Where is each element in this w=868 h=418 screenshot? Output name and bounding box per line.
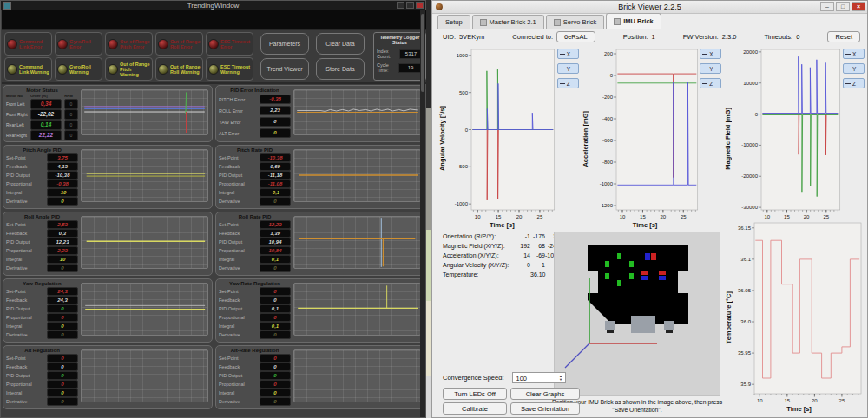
angular-velocity-ylabel: Angular Velocity [°/s] (437, 46, 447, 232)
minimize-icon[interactable]: – (820, 2, 834, 11)
tab-imu-brick[interactable]: IMU Brick (606, 13, 661, 29)
close-icon[interactable] (416, 2, 424, 9)
pid-field-row: Derivative0 (219, 330, 291, 339)
motor-name: Front Left (6, 102, 30, 107)
legend-x-button[interactable]: X (843, 49, 865, 59)
error-indicator: Command Link Error (4, 32, 52, 56)
pid-field-row: Feedback4,13 (6, 162, 78, 171)
legend-y-button[interactable]: Y (843, 63, 865, 74)
clear-graphs-button[interactable]: Clear Graphs (510, 388, 580, 400)
pid-field-row: PID Output10,94 (219, 238, 291, 246)
pid-field-row: Proportional0 (6, 380, 78, 389)
store-data-button[interactable]: Store Data (316, 58, 365, 80)
pid-fields-panel: Yaw Rate RegulationSet-Point0Feedback0PI… (216, 279, 293, 342)
svg-text:36.0: 36.0 (740, 319, 751, 324)
pid-field-row: Proportional0 (219, 380, 291, 389)
field-label: Integral (6, 323, 47, 329)
minimize-icon[interactable] (397, 2, 404, 9)
field-label: Feedback (6, 297, 47, 303)
field-label: Feedback (6, 231, 47, 236)
save-orientation-button[interactable]: Save Orientation (510, 402, 580, 415)
field-value: 0 (260, 287, 291, 297)
section-title: Alt Regulation (6, 348, 78, 353)
section-title: Roll Angle PID (6, 214, 78, 219)
error-indicator: Out of Range Roll Error (155, 32, 203, 56)
maximize-icon[interactable] (406, 2, 414, 9)
reset-button[interactable]: Reset (827, 31, 860, 42)
field-value: 0 (47, 197, 78, 206)
legend-line-icon (845, 83, 851, 84)
tab-setup[interactable]: Setup (437, 15, 470, 29)
telemetry-logger-status: Telemetry Logger Status Index Count: 531… (373, 32, 426, 81)
pid-field-row: PID Output12,23 (6, 238, 78, 246)
svg-text:0: 0 (755, 112, 759, 117)
readout-label: Magnetic Field (X/Y/Z): (443, 243, 516, 249)
tab-servo-brick[interactable]: Servo Brick (546, 15, 604, 29)
parameters-button[interactable]: Parameters (260, 33, 309, 55)
cycle-time-value: 19 (398, 63, 423, 73)
motor-rpm-value: 0 (64, 109, 78, 120)
svg-text:0: 0 (465, 127, 469, 133)
trending-window: TrendingWindow Command Link ErrorCommand… (0, 0, 426, 418)
indicator-label: Gyro/Roll Error (69, 39, 100, 49)
pid-field-row: Integral-0,1 (219, 188, 291, 197)
indicator-label: Gyro/Roll Warning (69, 64, 100, 75)
section-chart (81, 349, 208, 402)
close-icon[interactable]: × (852, 2, 865, 11)
legend-x-button[interactable]: X (700, 49, 721, 59)
indicator-group: Out of Range Roll ErrorOut of Range Roll… (155, 32, 203, 81)
legend-x-button[interactable]: X (557, 49, 579, 59)
readout-value: 1 (530, 262, 545, 268)
maximize-icon[interactable]: □ (836, 2, 850, 11)
pid-field-row: Set-Point-10,38 (219, 153, 291, 162)
field-value: 1,39 (260, 229, 291, 238)
field-value: 0 (260, 380, 291, 389)
legend-z-button[interactable]: Z (700, 78, 721, 88)
tab-master-brick-2-1[interactable]: Master Brick 2.1 (472, 15, 544, 29)
field-label: Derivative (6, 199, 47, 204)
svg-text:500: 500 (459, 90, 469, 95)
warning-indicator: Out of Range Pitch Warning (105, 57, 153, 81)
legend-y-button[interactable]: Y (557, 63, 579, 74)
field-label: Derivative (6, 332, 47, 337)
svg-text:-10000: -10000 (742, 142, 759, 147)
readout-value: 14 (516, 252, 530, 258)
uid-label: UID: (443, 33, 456, 41)
field-label: Integral (219, 190, 260, 195)
field-label: Set-Point (219, 289, 260, 294)
field-value: 0 (260, 371, 291, 381)
trend-viewer-button[interactable]: Trend Viewer (260, 58, 309, 80)
pid-field-row: Integral0 (219, 389, 291, 397)
turn-leds-off-button[interactable]: Turn LEDs Off (443, 388, 507, 400)
field-value: 0 (260, 296, 291, 305)
vertical-scrollbar[interactable] (420, 10, 425, 417)
error-indicator: ESC Timeout Error (206, 32, 253, 56)
legend-line-icon (560, 69, 565, 69)
field-value: -11,08 (260, 180, 291, 189)
field-value: 0 (47, 380, 78, 389)
scrollbar-thumb[interactable] (421, 14, 424, 92)
pid-error-fields: PITCH Error-0,38ROLL Error2,23YAW Error0… (219, 94, 291, 139)
section-chart (293, 283, 421, 336)
pid-field-row: Derivative0 (219, 397, 291, 406)
calibrate-button[interactable]: Calibrate (443, 402, 507, 415)
angular-velocity-xlabel: Time [s] (447, 221, 557, 232)
clear-data-button[interactable]: Clear Data (316, 33, 365, 55)
legend-z-button[interactable]: Z (843, 78, 865, 88)
field-label: Integral (6, 190, 47, 195)
field-label: Set-Point (6, 356, 47, 361)
indicator-label: Out of Range Roll Warning (170, 64, 201, 75)
legend-z-button[interactable]: Z (557, 78, 579, 88)
convergence-speed-input[interactable]: 100 ▲▼ (512, 372, 566, 383)
timeouts-value: 0 (796, 33, 799, 41)
connected-to-button[interactable]: 6eRsAL (556, 31, 595, 42)
indicator-label: ESC Timeout Warning (220, 64, 251, 75)
motor-status-section: Motor Status Motor No. Order [%] RPM Fro… (3, 85, 213, 142)
section-title: Alt-Rate Regulation (219, 348, 291, 353)
legend-y-button[interactable]: Y (700, 63, 721, 74)
svg-text:20: 20 (660, 214, 666, 219)
spinner-arrows-icon[interactable]: ▲▼ (556, 373, 564, 382)
pid-section-roll-angle-pid: Roll Angle PIDSet-Point2,53Feedback0,3PI… (3, 212, 213, 276)
field-label: Feedback (219, 364, 260, 369)
error-led-icon (7, 39, 17, 49)
